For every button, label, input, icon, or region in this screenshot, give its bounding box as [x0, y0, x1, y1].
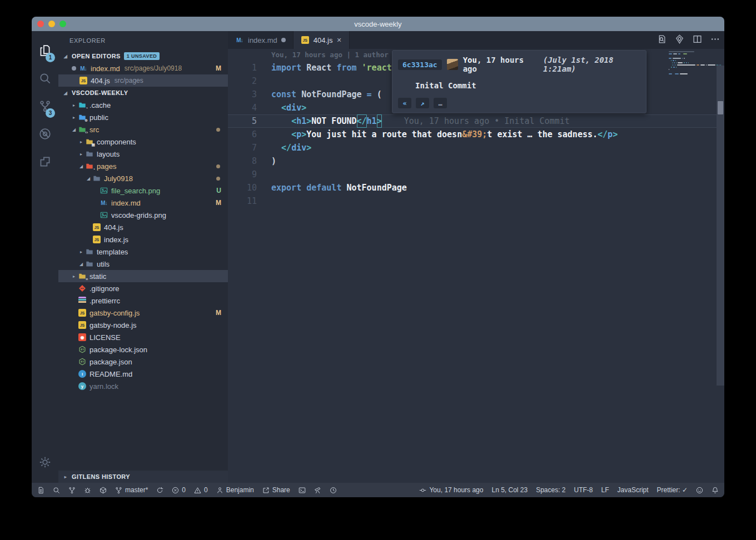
status-indentation[interactable]: Spaces: 2: [536, 486, 565, 494]
minimap-line: [669, 60, 714, 61]
info-icon: i: [78, 370, 86, 378]
tree-item-utils[interactable]: ◢utils: [58, 258, 228, 270]
tree-item-index.js[interactable]: JSindex.js: [58, 233, 228, 246]
tree-item-.gitignore[interactable]: .gitignore: [58, 282, 228, 294]
status-account[interactable]: Benjamin: [216, 486, 254, 494]
status-search[interactable]: [53, 487, 60, 494]
status-package[interactable]: [100, 487, 107, 494]
tree-item-gatsby-config.js[interactable]: JSgatsby-config.jsM: [58, 307, 228, 319]
gitlens-button[interactable]: [675, 34, 684, 46]
tree-item-vscode-grids.png[interactable]: vscode-grids.png: [58, 209, 228, 221]
search-icon: [39, 72, 51, 84]
status-notes[interactable]: [37, 487, 44, 494]
status-encoding[interactable]: UTF-8: [574, 486, 593, 494]
status-blame[interactable]: You, 17 hours ago: [419, 486, 483, 494]
status-live-share[interactable]: Share: [262, 486, 290, 494]
minimap-line: [669, 69, 714, 70]
js-icon: JS: [79, 77, 87, 84]
open-changes-button[interactable]: [657, 34, 667, 46]
status-terminal[interactable]: [299, 487, 306, 494]
git-file-icon: [78, 284, 87, 293]
workspace-section-header[interactable]: ◢ VSCODE-WEEKLY: [58, 87, 228, 99]
prev-commit-button[interactable]: «: [398, 98, 411, 108]
tree-item-templates[interactable]: ▸templates: [58, 246, 228, 258]
open-editor-index.md[interactable]: M↓index.mdsrc/pages/July0918M: [58, 62, 228, 74]
activity-explorer-button[interactable]: 1: [32, 37, 58, 64]
tree-item-.cache[interactable]: ▸◔.cache: [58, 99, 228, 111]
status-language-mode[interactable]: JavaScript: [618, 486, 649, 494]
gitlens-history-section[interactable]: ▸ GITLENS HISTORY: [58, 471, 228, 483]
status-notifications[interactable]: [712, 487, 719, 494]
commit-message: Inital Commit: [415, 81, 640, 90]
js-icon: JS: [93, 223, 101, 231]
open-editor-404.js[interactable]: JS404.jssrc/pages: [58, 74, 228, 87]
activity-source-control-button[interactable]: 3: [32, 92, 58, 120]
tree-item-static[interactable]: ▸≡static: [58, 270, 228, 282]
close-icon[interactable]: ✕: [336, 37, 341, 44]
tree-item-README.md[interactable]: iREADME.md: [58, 368, 228, 380]
open-editors-list: M↓index.mdsrc/pages/July0918MJS404.jssrc…: [58, 62, 228, 87]
split-editor-button[interactable]: [693, 34, 702, 46]
title-bar[interactable]: vscode-weekly: [32, 17, 724, 31]
tree-item-layouts[interactable]: ▸layouts: [58, 148, 228, 160]
tree-item-July0918[interactable]: ◢July0918: [58, 172, 228, 184]
status-warnings[interactable]: 0: [194, 486, 208, 494]
zoom-window-button[interactable]: [59, 21, 66, 27]
status-history[interactable]: [330, 487, 337, 494]
activity-search-button[interactable]: [32, 64, 58, 92]
open-editor-name: index.md: [91, 64, 120, 73]
folder-overlay-glyph: ‹›: [85, 131, 88, 134]
minimap[interactable]: [669, 51, 714, 78]
status-blame-label: You, 17 hours ago: [429, 486, 483, 494]
status-errors[interactable]: 0: [172, 486, 186, 494]
tree-item-404.js[interactable]: JS404.js: [58, 221, 228, 233]
commit-sha-link[interactable]: 6c3313ac: [398, 59, 442, 70]
status-fork[interactable]: [68, 487, 76, 494]
status-prettier[interactable]: Prettier: ✓: [657, 486, 688, 494]
scrollbar-handle[interactable]: [718, 101, 723, 114]
tree-item-label: .cache: [89, 101, 111, 109]
modified-dot: [216, 177, 220, 181]
tab-index.md[interactable]: M↓index.md: [228, 31, 294, 49]
tree-item-yarn.lock[interactable]: yyarn.lock: [58, 380, 228, 392]
status-feedback[interactable]: [696, 487, 703, 494]
tree-item-.prettierrc[interactable]: .prettierrc: [58, 294, 228, 307]
open-editor-name: 404.js: [91, 77, 110, 85]
unsaved-badge: 1 UNSAVED: [124, 52, 160, 60]
minimize-window-button[interactable]: [48, 21, 55, 27]
more-commit-actions-button[interactable]: …: [434, 98, 447, 108]
warn-icon: [194, 487, 201, 494]
status-bug[interactable]: [84, 487, 91, 494]
chevron-right-icon: ▸: [77, 139, 85, 144]
status-eol-label: LF: [601, 486, 609, 494]
tree-item-src[interactable]: ◢‹›src: [58, 123, 228, 136]
md-file-icon: M↓: [235, 36, 244, 44]
open-editors-header[interactable]: ◢ OPEN EDITORS 1 UNSAVED: [58, 50, 228, 62]
editor-scrollbar[interactable]: [717, 66, 724, 386]
status-eol[interactable]: LF: [601, 486, 609, 494]
status-sync[interactable]: [156, 487, 163, 494]
js-icon: JS: [93, 236, 101, 243]
activity-settings-button[interactable]: [32, 448, 58, 476]
tree-item-file_search.png[interactable]: file_search.pngU: [58, 184, 228, 197]
tree-item-gatsby-node.js[interactable]: JSgatsby-node.js: [58, 319, 228, 331]
status-telescope[interactable]: [314, 487, 321, 494]
code-editor[interactable]: You, 17 hours ago | 1 author (You) 1impo…: [228, 49, 724, 483]
close-window-button[interactable]: [37, 21, 44, 27]
status-git-branch[interactable]: master*: [115, 486, 148, 494]
status-cursor-position[interactable]: Ln 5, Col 23: [491, 486, 528, 494]
tree-item-LICENSE[interactable]: ◉LICENSE: [58, 331, 228, 343]
md-file-icon: M↓: [100, 198, 108, 207]
tree-item-components[interactable]: ▸▦components: [58, 136, 228, 148]
activity-extensions-button[interactable]: [32, 148, 58, 176]
open-commit-button[interactable]: ↗: [416, 98, 429, 108]
tree-item-pages[interactable]: ◢◔pages: [58, 160, 228, 172]
tree-item-index.md[interactable]: M↓index.mdM: [58, 197, 228, 209]
tab-404.js[interactable]: JS404.js✕: [294, 31, 350, 49]
markdown-icon: M↓: [236, 37, 242, 43]
tree-item-public[interactable]: ▸⊕public: [58, 111, 228, 123]
more-actions-button[interactable]: [710, 34, 720, 46]
activity-debug-button[interactable]: [32, 120, 58, 148]
tree-item-package.json[interactable]: package.json: [58, 356, 228, 368]
tree-item-package-lock.json[interactable]: package-lock.json: [58, 343, 228, 356]
